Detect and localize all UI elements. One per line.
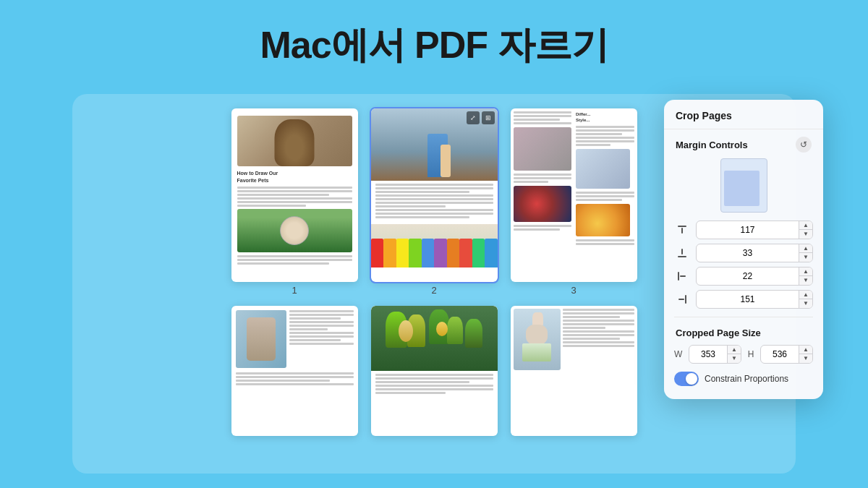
svg-rect-0 [678, 226, 686, 227]
bottom-margin-input[interactable] [697, 245, 799, 261]
bottom-margin-stepper: ▲ ▼ [799, 244, 812, 262]
right-margin-stepper: ▲ ▼ [799, 291, 812, 308]
right-margin-row: ▲ ▼ [664, 288, 823, 311]
top-margin-input[interactable] [697, 222, 799, 238]
constrain-label: Constrain Proportions [705, 374, 788, 384]
crop-panel-header: Crop Pages [664, 100, 823, 129]
svg-rect-4 [678, 272, 679, 281]
top-margin-row: ▲ ▼ [664, 218, 823, 241]
page-container-b1 [231, 306, 358, 436]
page-b1-bottom-text [231, 372, 358, 390]
page-b3-layout [511, 306, 637, 373]
page3-text-mid [514, 174, 572, 183]
right-margin-decrement[interactable]: ▼ [799, 299, 812, 308]
page3-watercolor [576, 149, 630, 189]
page-number-1: 1 [292, 285, 297, 296]
expand-icon[interactable]: ⤢ [467, 111, 480, 124]
toggle-knob [686, 373, 697, 385]
width-input-group: ▲ ▼ [689, 345, 741, 364]
page-b2-image [371, 306, 498, 371]
constrain-toggle[interactable] [674, 372, 699, 386]
left-margin-increment[interactable]: ▲ [799, 267, 812, 276]
page3-left-col [514, 111, 572, 247]
page3-paints [576, 204, 630, 236]
margin-controls-section: Margin Controls ↺ [664, 129, 823, 157]
svg-rect-3 [678, 256, 686, 257]
page1-title: How to Draw OurFavorite Pets [237, 170, 352, 184]
reset-button[interactable]: ↺ [796, 137, 812, 153]
page3-text-top [514, 111, 572, 124]
page1-content: How to Draw OurFavorite Pets [231, 108, 358, 273]
width-increment[interactable]: ▲ [728, 346, 741, 354]
height-stepper: ▲ ▼ [799, 346, 812, 363]
margin-preview-inner [724, 171, 760, 206]
panel-divider [674, 317, 813, 317]
page2-toolbar: ⤢ ⊞ [467, 111, 495, 124]
pdf-page-b2[interactable] [371, 306, 498, 436]
page-b3-rabbit-image [514, 309, 561, 370]
bottom-margin-increment[interactable]: ▲ [799, 244, 812, 253]
top-margin-decrement[interactable]: ▼ [799, 230, 812, 239]
bottom-margin-icon [674, 245, 690, 261]
svg-rect-2 [681, 249, 683, 254]
page-b3-text [563, 309, 634, 370]
page-b1-layout [231, 306, 358, 372]
pdf-page-b1[interactable] [231, 306, 358, 436]
height-increment[interactable]: ▲ [799, 346, 812, 354]
right-margin-input-group: ▲ ▼ [696, 290, 813, 309]
top-margin-input-group: ▲ ▼ [696, 221, 813, 239]
crop-panel: Crop Pages Margin Controls ↺ ▲ ▼ [664, 100, 823, 399]
right-margin-increment[interactable]: ▲ [799, 291, 812, 299]
page-container-2: ⤢ ⊞ [371, 108, 498, 296]
page3-img2 [514, 186, 571, 222]
margin-preview-box [720, 158, 767, 213]
width-decrement[interactable]: ▼ [728, 354, 741, 363]
page2-text-block [371, 181, 498, 224]
page1-bottom-image [237, 209, 352, 252]
pdf-page-2[interactable]: ⤢ ⊞ [371, 108, 498, 282]
page1-text [237, 187, 352, 207]
width-label: W [674, 349, 684, 359]
page-b2-text [371, 371, 498, 398]
right-margin-icon [674, 291, 690, 307]
page3-layout: Differ...Style... [511, 108, 637, 249]
svg-rect-7 [685, 295, 686, 304]
layout-icon[interactable]: ⊞ [482, 111, 495, 124]
bottom-margin-row: ▲ ▼ [664, 241, 823, 265]
svg-rect-5 [680, 275, 686, 277]
left-margin-input-group: ▲ ▼ [696, 267, 813, 286]
width-input[interactable] [689, 346, 727, 362]
page-container-3: Differ...Style... [511, 108, 637, 296]
svg-rect-6 [678, 299, 684, 300]
pdf-page-b3[interactable] [511, 306, 637, 436]
page2-bottom-image [371, 224, 498, 267]
left-margin-input[interactable] [697, 268, 799, 284]
page-b1-text [289, 310, 354, 368]
page3-right-title: Differ...Style... [576, 111, 634, 124]
pdf-page-1[interactable]: How to Draw OurFavorite Pets [231, 108, 358, 282]
margin-controls-title: Margin Controls [676, 140, 748, 150]
left-margin-decrement[interactable]: ▼ [799, 276, 812, 285]
constrain-row: Constrain Proportions [664, 366, 823, 388]
height-decrement[interactable]: ▼ [799, 354, 812, 363]
page-b1-image [236, 310, 286, 368]
cropped-size-header: Cropped Page Size [664, 323, 823, 343]
page1-bottom-text [237, 255, 352, 265]
svg-rect-1 [681, 228, 683, 234]
width-stepper: ▲ ▼ [727, 346, 741, 363]
top-margin-icon [674, 222, 690, 238]
page-container-b2 [371, 306, 498, 436]
page-title: Mac에서 PDF 자르기 [0, 0, 868, 71]
bottom-margin-decrement[interactable]: ▼ [799, 253, 812, 262]
cropped-size-row: W ▲ ▼ H ▲ ▼ [664, 343, 823, 366]
height-label: H [746, 349, 756, 359]
cropped-size-title: Cropped Page Size [676, 328, 761, 338]
reset-icon-glyph: ↺ [800, 140, 807, 150]
height-input[interactable] [761, 346, 799, 362]
page3-text-bottom [514, 225, 572, 231]
dog-shape [275, 119, 315, 166]
pdf-page-3[interactable]: Differ...Style... [511, 108, 637, 282]
top-margin-increment[interactable]: ▲ [799, 221, 812, 230]
left-margin-row: ▲ ▼ [664, 265, 823, 288]
right-margin-input[interactable] [697, 291, 799, 307]
